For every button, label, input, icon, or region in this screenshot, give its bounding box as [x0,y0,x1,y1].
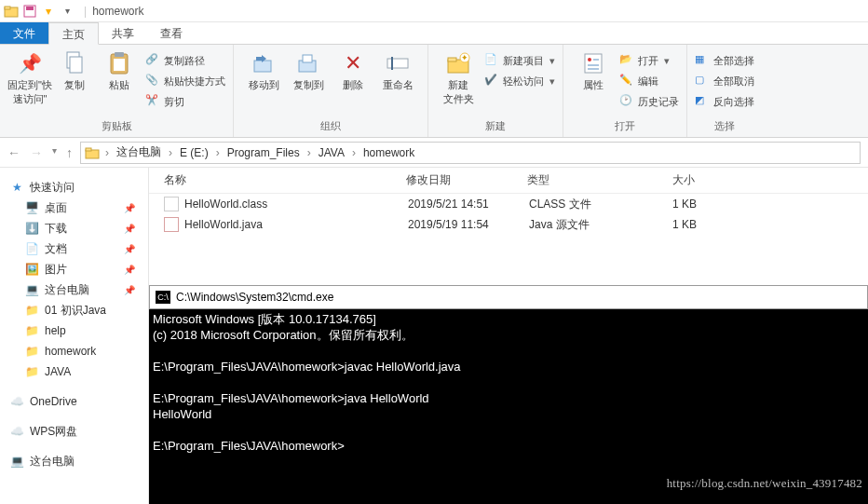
sidebar-item-thispc2[interactable]: 💻这台电脑 [9,451,148,471]
chevron-right-icon[interactable]: › [102,146,113,159]
select-all-btn[interactable]: ▦全部选择 [695,52,754,69]
svg-rect-24 [86,148,91,151]
crumb-2[interactable]: Program_Files [225,146,302,159]
easy-access-icon: ✔️ [484,74,499,89]
properties-btn[interactable]: 属性 [571,48,616,92]
new-folder-btn[interactable]: ✦新建 文件夹 [436,48,481,106]
cmd-title-text: C:\Windows\System32\cmd.exe [176,290,333,306]
cmd-output[interactable]: Microsoft Windows [版本 10.0.17134.765] (c… [149,309,868,456]
sidebar-item-quick[interactable]: ★快速访问 [9,177,148,198]
sidebar-item-downloads[interactable]: ⬇️下载📌 [9,218,148,238]
file-row[interactable]: HelloWorld.class 2019/5/21 14:51 CLASS 文… [149,194,868,214]
document-icon: 📄 [24,241,39,256]
pin-to-quick-btn[interactable]: 📌 固定到"快 速访问" [7,48,52,106]
sidebar-item-wps[interactable]: ☁️WPS网盘 [9,421,148,442]
open-btn[interactable]: 📂打开▾ [619,52,679,69]
svg-rect-5 [70,57,82,73]
sidebar-item-JAVA[interactable]: 📁JAVA [9,361,148,382]
crumb-4[interactable]: homework [361,146,416,159]
nav-forward-icon[interactable]: → [30,145,43,160]
file-row[interactable]: HelloWorld.java 2019/5/19 11:54 Java 源文件… [149,214,868,235]
sidebar-item-pictures[interactable]: 🖼️图片📌 [9,259,148,279]
invert-icon: ◩ [695,94,710,109]
ribbon-tabs: 文件 主页 共享 查看 [0,22,868,45]
crumb-0[interactable]: 这台电脑 [115,144,163,160]
copy-to-btn[interactable]: 复制到 [286,48,331,92]
shortcut-icon: 📎 [145,74,160,89]
cmd-title-bar[interactable]: C:\ C:\Windows\System32\cmd.exe [149,285,868,309]
edit-btn[interactable]: ✏️编辑 [619,73,679,89]
chevron-right-icon[interactable]: › [348,146,359,159]
paste-shortcut-btn[interactable]: 📎粘贴快捷方式 [145,73,225,89]
invert-select-btn[interactable]: ◩反向选择 [695,93,754,110]
pin-icon: 📌 [124,285,135,295]
cut-btn[interactable]: ✂️剪切 [145,93,225,110]
tab-view[interactable]: 查看 [147,22,196,44]
column-size[interactable]: 大小 [639,172,713,188]
file-icon [164,217,179,232]
desktop-icon: 🖥️ [24,200,39,215]
copy-path-btn[interactable]: 🔗复制路径 [145,52,225,69]
chevron-down-icon[interactable]: ▾ [60,4,75,19]
nav-up-icon[interactable]: ↑ [66,145,73,160]
column-name[interactable]: 名称 [164,172,406,188]
file-size: 1 KB [641,218,715,231]
ribbon: 📌 固定到"快 速访问" 复制 粘贴 🔗复制路径 📎粘贴快捷方式 ✂️剪切 剪贴… [0,45,868,138]
chevron-right-icon[interactable]: › [165,146,176,159]
file-size: 1 KB [641,198,715,211]
paste-label: 粘贴 [109,78,129,92]
svg-rect-1 [5,7,10,9]
cmd-window: C:\ C:\Windows\System32\cmd.exe Microsof… [149,285,868,504]
pin-icon: 📌 [124,224,135,234]
select-all-icon: ▦ [695,53,710,68]
sidebar-item-homework[interactable]: 📁homework [9,341,148,361]
pin-icon: 📌 [124,265,135,275]
nav-back-icon[interactable]: ← [7,145,20,160]
column-type[interactable]: 类型 [527,172,639,188]
crumb-1[interactable]: E (E:) [178,146,210,159]
paste-btn[interactable]: 粘贴 [97,48,142,92]
rename-btn[interactable]: 重命名 [375,48,420,92]
tab-home[interactable]: 主页 [48,22,99,45]
sidebar-item-help[interactable]: 📁help [9,320,148,341]
column-date[interactable]: 修改日期 [406,172,527,188]
dropdown-icon[interactable]: ▾ [41,4,56,19]
copy-btn[interactable]: 复制 [52,48,97,92]
folder-icon [4,4,19,19]
chevron-right-icon[interactable]: › [212,146,224,159]
file-date: 2019/5/19 11:54 [408,218,529,231]
tab-share[interactable]: 共享 [99,22,147,44]
sidebar-item-documents[interactable]: 📄文档📌 [9,238,148,259]
nav-recent-icon[interactable]: ▾ [52,145,57,160]
delete-btn[interactable]: ✕删除 [331,48,375,92]
navigation-bar: ← → ▾ ↑ › 这台电脑› E (E:)› Program_Files› J… [0,138,868,168]
chevron-right-icon[interactable]: › [304,146,315,159]
sidebar-item-onedrive[interactable]: ☁️OneDrive [9,391,148,412]
new-item-icon: 📄 [484,53,499,68]
sidebar-item-java01[interactable]: 📁01 初识Java [9,300,148,320]
folder-icon: 📁 [24,323,39,338]
open-icon: 📂 [619,53,634,68]
pin-icon: 📌 [124,203,135,213]
address-bar[interactable]: › 这台电脑› E (E:)› Program_Files› JAVA› hom… [80,142,861,164]
new-item-btn[interactable]: 📄新建项目▾ [484,52,555,69]
history-btn[interactable]: 🕑历史记录 [619,93,679,110]
file-date: 2019/5/21 14:51 [408,198,529,211]
star-icon: ★ [9,180,24,195]
pin-icon: 📌 [17,50,43,76]
group-open-label: 打开 [563,117,686,137]
copy-icon [61,50,88,76]
sidebar-item-desktop[interactable]: 🖥️桌面📌 [9,198,148,218]
group-clipboard: 📌 固定到"快 速访问" 复制 粘贴 🔗复制路径 📎粘贴快捷方式 ✂️剪切 剪贴… [0,45,234,137]
move-to-btn[interactable]: 移动到 [241,48,286,92]
crumb-3[interactable]: JAVA [317,146,346,159]
sidebar-item-thispc[interactable]: 💻这台电脑📌 [9,279,148,300]
select-none-btn[interactable]: ▢全部取消 [695,73,754,89]
cmd-icon: C:\ [156,291,170,304]
easy-access-btn[interactable]: ✔️轻松访问▾ [484,73,555,89]
rename-icon [385,50,411,76]
tab-file[interactable]: 文件 [0,22,48,44]
folder-icon: 📁 [24,344,39,359]
title-bar: ▾ ▾ | homework [0,0,868,22]
save-icon[interactable] [22,4,37,19]
